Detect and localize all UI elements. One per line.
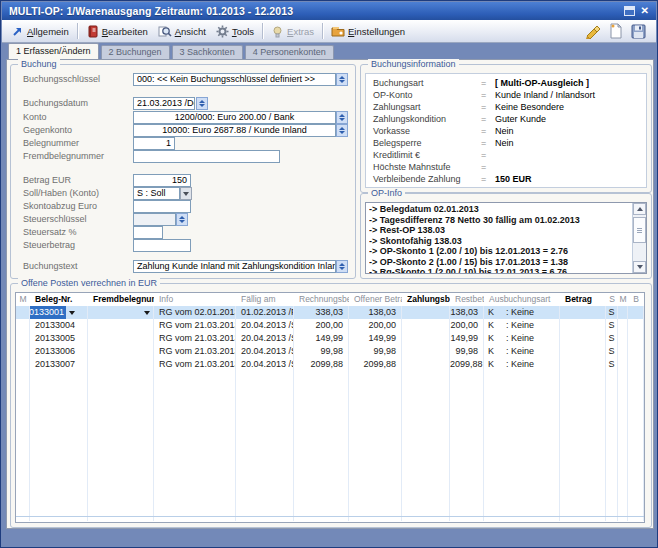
col-header-ausbuchungsart[interactable]: Ausbuchungsart [484, 293, 560, 306]
cell-zahlungsbetrag[interactable] [402, 306, 450, 319]
col-header-beleg-nr[interactable]: Beleg-Nr. [30, 293, 88, 306]
table-row[interactable]: 20133007 RG vom 21.03.2013 20.04.2013 /S… [16, 358, 644, 371]
belegnummer-field[interactable]: 1 [133, 137, 175, 150]
cell-beleg-nr[interactable]: 20133007 [30, 358, 88, 371]
tab-personenkonten[interactable]: 4 Personenkonten [245, 45, 334, 59]
spinner-icon[interactable] [196, 97, 208, 110]
table-row[interactable]: 20133001 RG vom 02.01.2013 01.02.2013 /F… [16, 306, 644, 319]
scrollbar-thumb[interactable] [633, 217, 646, 243]
col-header-offener-betrag[interactable]: Offener Betrag [349, 293, 402, 306]
cell-fremdbelegnummer[interactable] [88, 345, 154, 358]
cell-beleg-nr[interactable]: 20133006 [30, 345, 88, 358]
cell-beleg-nr[interactable]: 20133005 [30, 332, 88, 345]
info-value: Nein [495, 137, 514, 149]
cell-m [16, 306, 30, 319]
new-document-icon[interactable] [609, 23, 623, 39]
menu-allgemein[interactable]: Allgemein [6, 23, 74, 40]
tab-buchungen[interactable]: 2 Buchungen [101, 45, 170, 59]
cell-rechnungsbetrag: 99,98 [294, 345, 349, 358]
cell-beleg-nr[interactable]: 20133001 [30, 306, 88, 319]
col-header-zahlungsbetrag[interactable]: Zahlungsbetrag [402, 293, 450, 306]
dropdown-arrow-icon[interactable] [69, 311, 75, 315]
steuersatz-field[interactable] [133, 226, 163, 239]
tab-erfassen-aendern[interactable]: 1 Erfassen/Ändern [8, 43, 99, 59]
col-header-m2[interactable]: M [618, 293, 628, 306]
groupbox-title: Offene Posten verrechnen in EUR [18, 278, 160, 289]
skontoabzug-field[interactable] [133, 200, 191, 213]
equals-sign: = [481, 113, 495, 125]
table-row[interactable]: 20133004 RG vom 21.03.2013 20.04.2013 /S… [16, 319, 644, 332]
spinner-icon[interactable] [336, 260, 348, 273]
stamp-icon[interactable] [585, 24, 601, 39]
steuerschluessel-field[interactable] [133, 213, 176, 226]
menu-ansicht[interactable]: Ansicht [153, 23, 211, 40]
cell-betrag[interactable] [560, 358, 606, 371]
cell-zahlungsbetrag[interactable] [402, 319, 450, 332]
toolbar-separator [262, 23, 263, 39]
cell-zahlungsbetrag[interactable] [402, 345, 450, 358]
spinner-icon[interactable] [336, 124, 348, 137]
col-header-rechnungsbetrag[interactable]: Rechnungsbetrag [294, 293, 349, 306]
fremdbelegnummer-field[interactable] [133, 150, 280, 163]
betrag-eur-field[interactable]: 150 [133, 174, 191, 187]
close-icon[interactable]: ✕ [641, 6, 649, 16]
ausbuchung-kennzeichen: K [484, 345, 506, 358]
cell-fremdbelegnummer[interactable] [88, 358, 154, 371]
spinner-icon[interactable] [336, 111, 348, 124]
cell-betrag[interactable] [560, 306, 606, 319]
menu-einstellungen[interactable]: Einstellungen [326, 23, 410, 40]
cell-rechnungsbetrag: 338,03 [294, 306, 349, 319]
scroll-down-icon[interactable] [633, 261, 646, 273]
table-row[interactable]: 20133006 RG vom 21.03.2013 20.04.2013 /S… [16, 345, 644, 358]
tab-sachkonten[interactable]: 3 Sachkonten [172, 45, 243, 59]
col-header-restbetrag[interactable]: Restbetrag [450, 293, 484, 306]
konto-select[interactable]: 1200/000: Euro 200.00 / Bank [133, 111, 336, 124]
cell-zahlungsbetrag[interactable] [402, 358, 450, 371]
cell-info: RG vom 21.03.2013 [154, 358, 236, 371]
gear-icon [216, 25, 229, 38]
menu-extras[interactable]: Extras [266, 23, 319, 40]
col-header-info[interactable]: Info [154, 293, 236, 306]
op-info-line: -> Belegdatum 02.01.2013 [369, 204, 630, 215]
col-header-faellig-am[interactable]: Fällig am [236, 293, 294, 306]
dropdown-icon[interactable] [180, 187, 192, 200]
menu-bearbeiten[interactable]: Bearbeiten [81, 23, 153, 40]
cell-ausbuchungsart[interactable]: K: Keine [484, 306, 560, 319]
cell-betrag[interactable] [560, 345, 606, 358]
menu-tools[interactable]: Tools [211, 23, 259, 40]
col-header-m[interactable]: M [16, 293, 30, 306]
col-header-fremdbelegnummer[interactable]: Fremdbelegnummer [88, 293, 154, 306]
cell-fremdbelegnummer[interactable] [88, 319, 154, 332]
cell-beleg-nr[interactable]: 20133004 [30, 319, 88, 332]
spinner-icon[interactable] [336, 73, 348, 86]
cell-ausbuchungsart[interactable]: K: Keine [484, 319, 560, 332]
scroll-up-icon[interactable] [633, 203, 646, 215]
ausbuchung-kennzeichen: K [484, 306, 506, 319]
soll-haben-combo[interactable]: S : Soll [133, 187, 180, 200]
cell-fremdbelegnummer[interactable] [88, 306, 154, 319]
cell-ausbuchungsart[interactable]: K: Keine [484, 345, 560, 358]
cell-ausbuchungsart[interactable]: K: Keine [484, 332, 560, 345]
steuerbetrag-field[interactable] [133, 239, 191, 252]
buchungsschluessel-select[interactable]: 000: << Kein Buchungsschlüssel definiert… [133, 73, 336, 86]
info-row: Höchste Mahnstufe= [366, 161, 646, 173]
cell-fremdbelegnummer[interactable] [88, 332, 154, 345]
save-icon[interactable] [631, 24, 646, 39]
vertical-scrollbar[interactable] [632, 203, 646, 273]
dropdown-arrow-icon[interactable] [144, 311, 150, 315]
gegenkonto-select[interactable]: 10000: Euro 2687.88 / Kunde Inland [133, 124, 336, 137]
buchungsdatum-field[interactable]: 21.03.2013 /Do [133, 97, 195, 110]
cell-betrag[interactable] [560, 332, 606, 345]
offene-posten-table: M Beleg-Nr. Fremdbelegnummer Info Fällig… [15, 292, 645, 523]
col-header-b[interactable]: B [628, 293, 644, 306]
selected-cell-value[interactable]: 20133001 [30, 306, 66, 319]
buchungstext-select[interactable]: Zahlung Kunde Inland mit Zahlungskonditi… [133, 260, 336, 273]
cell-zahlungsbetrag[interactable] [402, 332, 450, 345]
col-header-s[interactable]: S [606, 293, 618, 306]
cell-ausbuchungsart[interactable]: K: Keine [484, 358, 560, 371]
table-row[interactable]: 20133005 RG vom 21.03.2013 20.04.2013 /S… [16, 332, 644, 345]
col-header-betrag[interactable]: Betrag [560, 293, 606, 306]
spinner-icon[interactable] [176, 213, 188, 226]
cell-betrag[interactable] [560, 319, 606, 332]
restore-icon[interactable] [624, 6, 635, 16]
